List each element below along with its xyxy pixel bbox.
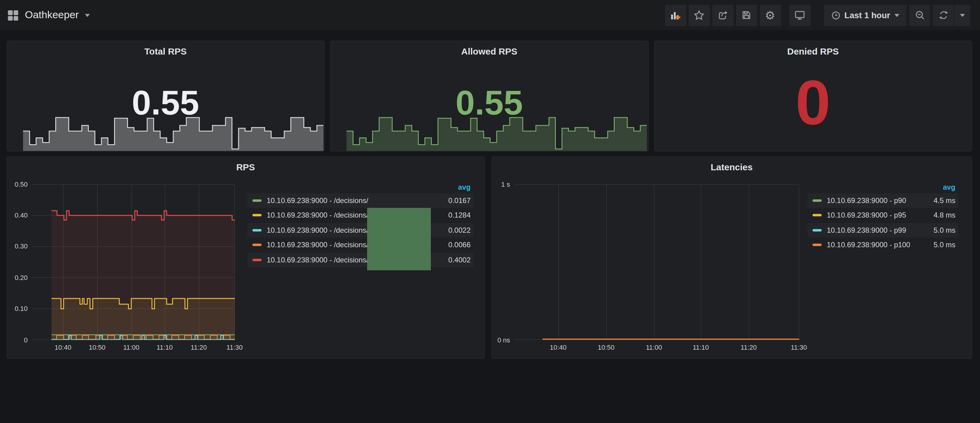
legend-row[interactable]: 10.10.69.238:9000 - /decisions/0.0066 bbox=[247, 238, 473, 252]
panel-latencies-chart: Latencies 1 s0 ns10:4010:5011:0011:1011:… bbox=[491, 156, 972, 359]
panel-title-latencies[interactable]: Latencies bbox=[492, 162, 972, 172]
series-avg-value: 0.1284 bbox=[449, 211, 471, 220]
series-color-swatch bbox=[812, 244, 821, 246]
x-axis-tick: 10:40 bbox=[543, 343, 573, 350]
legend-avg-header: avg bbox=[247, 181, 473, 193]
legend-row[interactable]: 10.10.69.238:9000 - p904.5 ms bbox=[807, 193, 958, 208]
share-icon bbox=[717, 10, 728, 21]
total-rps-value: 0.55 bbox=[7, 86, 324, 120]
panel-total-rps: Total RPS 0.55 bbox=[6, 41, 325, 152]
refresh-button[interactable] bbox=[933, 5, 954, 26]
panel-rps-chart: RPS 0.500.400.300.200.10010:4010:5011:00… bbox=[6, 156, 485, 359]
dashboard-title-button[interactable]: Oathkeeper bbox=[7, 9, 90, 21]
legend-row[interactable]: 10.10.69.238:9000 - /decisions/0.0167 bbox=[247, 193, 473, 208]
series-name: 10.10.69.238:9000 - p99 bbox=[827, 226, 934, 234]
legend-row[interactable]: 10.10.69.238:9000 - p1005.0 ms bbox=[807, 238, 958, 252]
legend-avg-header: avg bbox=[807, 181, 958, 193]
y-axis-tick: 0 ns bbox=[493, 336, 510, 343]
refresh-interval-button[interactable] bbox=[955, 5, 970, 26]
series-color-swatch bbox=[252, 259, 261, 261]
y-axis-tick: 0.30 bbox=[8, 243, 28, 250]
latencies-chart-plot[interactable] bbox=[514, 184, 799, 340]
y-axis-tick: 0.10 bbox=[8, 305, 28, 312]
legend-row[interactable]: 10.10.69.238:9000 - p995.0 ms bbox=[807, 223, 958, 238]
series-color-swatch bbox=[252, 244, 261, 246]
y-axis-tick: 0 bbox=[8, 336, 28, 343]
series-avg-value: 0.4002 bbox=[449, 256, 471, 264]
series-name: 10.10.69.238:9000 - p95 bbox=[827, 211, 934, 220]
x-axis-tick: 11:10 bbox=[686, 343, 716, 350]
x-axis-tick: 11:10 bbox=[150, 343, 180, 350]
y-axis-tick: 0.20 bbox=[8, 274, 28, 281]
denied-rps-value: 0 bbox=[654, 71, 972, 134]
series-name: 10.10.69.238:9000 - p90 bbox=[827, 196, 934, 205]
series-name: 10.10.69.238:9000 - /decisions/ bbox=[267, 196, 449, 205]
legend-row[interactable]: 10.10.69.238:9000 - /decisions/0.1284 bbox=[247, 208, 473, 223]
legend-overlay-rectangle bbox=[367, 208, 431, 270]
y-axis-tick: 1 s bbox=[493, 180, 510, 188]
x-axis-tick: 11:20 bbox=[184, 343, 214, 350]
series-color-swatch bbox=[812, 214, 821, 217]
save-button[interactable] bbox=[736, 5, 757, 26]
series-name: 10.10.69.238:9000 - p100 bbox=[827, 241, 934, 249]
panel-title-rps[interactable]: RPS bbox=[7, 162, 484, 172]
series-color-swatch bbox=[252, 214, 261, 217]
x-axis-tick: 11:30 bbox=[220, 343, 250, 350]
chevron-down-icon bbox=[85, 14, 90, 17]
y-axis-tick: 0.50 bbox=[8, 180, 28, 188]
panel-title-total-rps[interactable]: Total RPS bbox=[7, 46, 324, 56]
time-range-picker[interactable]: Last 1 hour bbox=[824, 5, 907, 26]
magnifier-minus-icon bbox=[914, 10, 925, 21]
x-axis-tick: 11:30 bbox=[784, 343, 814, 350]
series-color-swatch bbox=[252, 229, 261, 231]
panel-title-denied-rps[interactable]: Denied RPS bbox=[654, 46, 972, 56]
series-avg-value: 5.0 ms bbox=[934, 241, 955, 249]
series-color-swatch bbox=[252, 200, 261, 202]
refresh-caret-down-icon bbox=[960, 14, 965, 17]
x-axis-tick: 10:40 bbox=[48, 343, 78, 350]
series-avg-value: 4.8 ms bbox=[934, 211, 955, 220]
star-icon bbox=[694, 10, 705, 21]
x-axis-tick: 11:00 bbox=[116, 343, 146, 350]
x-axis-tick: 11:20 bbox=[733, 343, 764, 350]
panel-title-allowed-rps[interactable]: Allowed RPS bbox=[331, 46, 648, 56]
clock-icon bbox=[831, 11, 840, 20]
series-color-swatch bbox=[812, 200, 821, 202]
allowed-rps-value: 0.55 bbox=[331, 86, 648, 120]
navbar: Oathkeeper bbox=[0, 0, 980, 30]
series-avg-value: 0.0066 bbox=[449, 241, 471, 249]
bar-chart-plus-icon bbox=[670, 10, 681, 21]
x-axis-tick: 10:50 bbox=[82, 343, 112, 350]
y-axis-tick: 0.40 bbox=[8, 211, 28, 219]
series-avg-value: 5.0 ms bbox=[934, 226, 955, 234]
time-range-label: Last 1 hour bbox=[845, 10, 890, 20]
latencies-legend: avg10.10.69.238:9000 - p904.5 ms10.10.69… bbox=[807, 181, 958, 252]
refresh-icon bbox=[938, 10, 949, 21]
save-icon bbox=[741, 10, 752, 21]
x-axis-tick: 10:50 bbox=[591, 343, 621, 350]
legend-row[interactable]: 10.10.69.238:9000 - /decisions/0.4002 bbox=[247, 252, 473, 267]
rps-legend: avg10.10.69.238:9000 - /decisions/0.0167… bbox=[247, 181, 473, 267]
add-panel-button[interactable] bbox=[665, 5, 686, 26]
monitor-icon bbox=[794, 10, 805, 21]
panel-allowed-rps: Allowed RPS 0.55 bbox=[330, 41, 648, 152]
cycle-view-mode-button[interactable] bbox=[789, 5, 810, 26]
series-avg-value: 0.0167 bbox=[449, 196, 471, 205]
share-button[interactable] bbox=[712, 5, 733, 26]
legend-row[interactable]: 10.10.69.238:9000 - p954.8 ms bbox=[807, 208, 958, 223]
settings-button[interactable]: ⚙ bbox=[759, 5, 781, 26]
time-caret-down-icon bbox=[894, 14, 899, 17]
series-avg-value: 0.0022 bbox=[449, 226, 471, 234]
gear-icon: ⚙ bbox=[765, 10, 775, 21]
dashboard-grid-icon bbox=[7, 10, 19, 21]
panel-denied-rps: Denied RPS 0 bbox=[654, 41, 972, 152]
favorite-button[interactable] bbox=[689, 5, 710, 26]
rps-chart-plot[interactable] bbox=[31, 184, 234, 340]
page-title: Oathkeeper bbox=[25, 9, 79, 21]
series-color-swatch bbox=[812, 229, 821, 231]
series-avg-value: 4.5 ms bbox=[934, 196, 955, 205]
legend-row[interactable]: 10.10.69.238:9000 - /decisions/0.0022 bbox=[247, 223, 473, 238]
x-axis-tick: 11:00 bbox=[639, 343, 669, 350]
dashboard-root: Oathkeeper bbox=[0, 0, 980, 423]
zoom-out-button[interactable] bbox=[909, 5, 930, 26]
